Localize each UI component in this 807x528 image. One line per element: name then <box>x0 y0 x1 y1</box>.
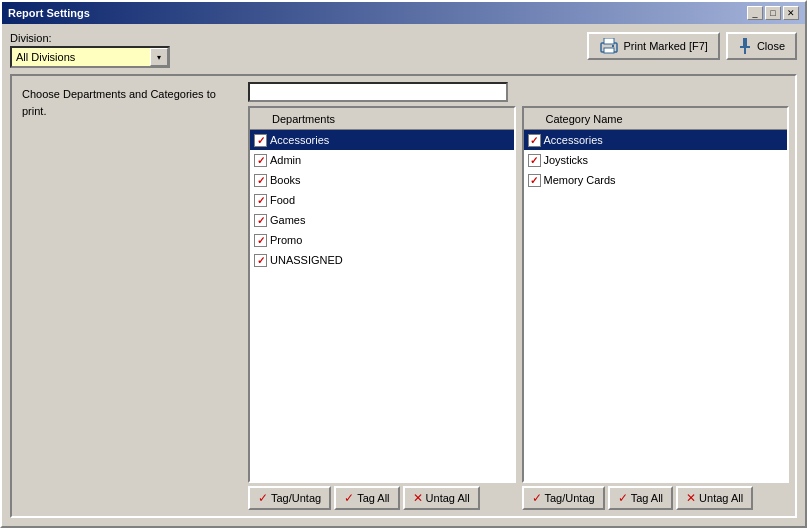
window-title: Report Settings <box>8 7 90 19</box>
departments-list-body[interactable]: AccessoriesAdminBooksFoodGamesPromoUNASS… <box>250 130 514 481</box>
printer-icon <box>599 38 619 54</box>
svg-rect-6 <box>744 48 746 54</box>
categories-header: Category Name <box>524 108 788 130</box>
action-buttons: Print Marked [F7] Close <box>587 32 797 60</box>
categories-button-group: ✓ Tag/Untag ✓ Tag All ✕ Untag All <box>522 486 790 510</box>
title-bar-buttons: _ □ ✕ <box>747 6 799 20</box>
departments-panel: Departments AccessoriesAdminBooksFoodGam… <box>248 106 516 483</box>
list-item-label: Joysticks <box>544 154 589 166</box>
checkbox-icon <box>254 214 267 227</box>
lists-row: Departments AccessoriesAdminBooksFoodGam… <box>248 106 789 510</box>
checkbox-icon <box>254 254 267 267</box>
categories-panel: Category Name AccessoriesJoysticksMemory… <box>522 106 790 483</box>
division-label: Division: <box>10 32 170 44</box>
departments-button-group: ✓ Tag/Untag ✓ Tag All ✕ Untag All <box>248 486 516 510</box>
cat-tag-untag-label: Tag/Untag <box>545 492 595 504</box>
untag-all-x-icon: ✕ <box>413 491 423 505</box>
dept-untag-all-label: Untag All <box>426 492 470 504</box>
cat-tag-untag-button[interactable]: ✓ Tag/Untag <box>522 486 605 510</box>
list-item[interactable]: Memory Cards <box>524 170 788 190</box>
list-item[interactable]: Food <box>250 190 514 210</box>
tag-untag-check-icon: ✓ <box>258 491 268 505</box>
list-item[interactable]: Accessories <box>524 130 788 150</box>
dept-tag-untag-button[interactable]: ✓ Tag/Untag <box>248 486 331 510</box>
main-area: Choose Departments and Categories to pri… <box>10 74 797 518</box>
cat-untag-all-button[interactable]: ✕ Untag All <box>676 486 753 510</box>
window-content: Division: All Divisions ▾ Print <box>2 24 805 526</box>
checkbox-icon <box>528 134 541 147</box>
cat-tag-all-label: Tag All <box>631 492 663 504</box>
svg-rect-3 <box>612 45 614 47</box>
checkbox-icon <box>254 174 267 187</box>
minimize-button[interactable]: _ <box>747 6 763 20</box>
cat-tag-all-check-icon: ✓ <box>618 491 628 505</box>
dept-untag-all-button[interactable]: ✕ Untag All <box>403 486 480 510</box>
tag-all-check-icon: ✓ <box>344 491 354 505</box>
checkbox-icon <box>254 134 267 147</box>
search-bar <box>248 82 789 102</box>
close-label: Close <box>757 40 785 52</box>
division-section: Division: All Divisions ▾ <box>10 32 170 68</box>
list-item-label: Books <box>270 174 301 186</box>
list-item[interactable]: Accessories <box>250 130 514 150</box>
list-item-label: UNASSIGNED <box>270 254 343 266</box>
checkbox-icon <box>254 154 267 167</box>
checkbox-icon <box>528 154 541 167</box>
report-settings-window: Report Settings _ □ ✕ Division: All Divi… <box>0 0 807 528</box>
departments-header: Departments <box>250 108 514 130</box>
cat-tag-all-button[interactable]: ✓ Tag All <box>608 486 673 510</box>
maximize-button[interactable]: □ <box>765 6 781 20</box>
categories-list-body[interactable]: AccessoriesJoysticksMemory Cards <box>524 130 788 481</box>
list-item[interactable]: Promo <box>250 230 514 250</box>
list-item-label: Memory Cards <box>544 174 616 186</box>
top-bar: Division: All Divisions ▾ Print <box>10 32 797 68</box>
checkbox-icon <box>254 194 267 207</box>
dept-tag-untag-label: Tag/Untag <box>271 492 321 504</box>
cat-untag-all-x-icon: ✕ <box>686 491 696 505</box>
dept-tag-all-button[interactable]: ✓ Tag All <box>334 486 399 510</box>
pin-icon <box>738 38 752 54</box>
print-marked-button[interactable]: Print Marked [F7] <box>587 32 720 60</box>
list-item-label: Accessories <box>270 134 329 146</box>
list-item-label: Games <box>270 214 305 226</box>
close-window-button[interactable]: ✕ <box>783 6 799 20</box>
division-select-wrapper: All Divisions ▾ <box>10 46 170 68</box>
list-item[interactable]: UNASSIGNED <box>250 250 514 270</box>
list-item-label: Admin <box>270 154 301 166</box>
svg-rect-5 <box>740 46 750 48</box>
list-item-label: Food <box>270 194 295 206</box>
list-item-label: Accessories <box>544 134 603 146</box>
checkbox-icon <box>528 174 541 187</box>
svg-rect-2 <box>604 48 614 53</box>
svg-rect-4 <box>743 38 747 46</box>
list-item[interactable]: Books <box>250 170 514 190</box>
search-input[interactable] <box>248 82 508 102</box>
right-area: Departments AccessoriesAdminBooksFoodGam… <box>242 76 795 516</box>
title-bar: Report Settings _ □ ✕ <box>2 2 805 24</box>
departments-header-label: Departments <box>272 113 335 125</box>
cat-tag-untag-check-icon: ✓ <box>532 491 542 505</box>
left-panel: Choose Departments and Categories to pri… <box>12 76 242 516</box>
list-item[interactable]: Games <box>250 210 514 230</box>
categories-header-label: Category Name <box>546 113 623 125</box>
close-button[interactable]: Close <box>726 32 797 60</box>
dept-tag-all-label: Tag All <box>357 492 389 504</box>
print-marked-label: Print Marked [F7] <box>624 40 708 52</box>
division-select[interactable]: All Divisions <box>10 46 170 68</box>
list-item[interactable]: Joysticks <box>524 150 788 170</box>
left-panel-text: Choose Departments and Categories to pri… <box>22 86 232 119</box>
cat-untag-all-label: Untag All <box>699 492 743 504</box>
list-item-label: Promo <box>270 234 302 246</box>
svg-rect-1 <box>604 38 614 44</box>
checkbox-icon <box>254 234 267 247</box>
list-item[interactable]: Admin <box>250 150 514 170</box>
